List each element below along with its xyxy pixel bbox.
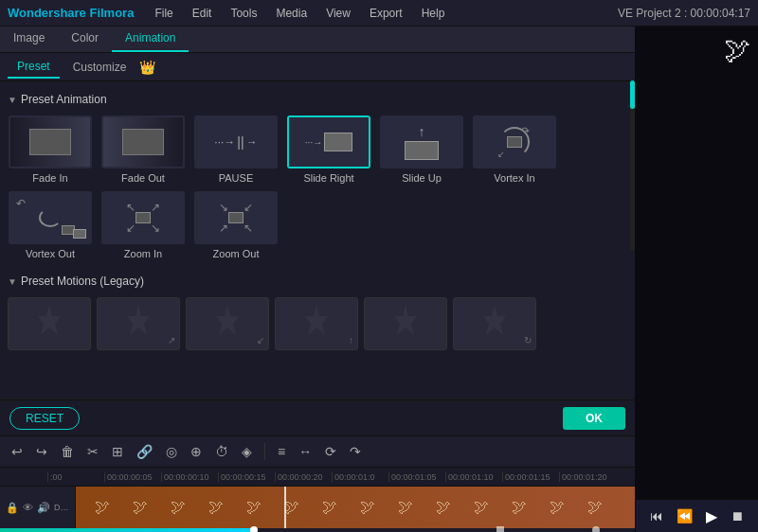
tool-forward[interactable]: ↷ [346,441,365,462]
ruler-mark-1: 00:00:00:05 [104,472,161,482]
preset-thumb-fade-out [101,115,185,168]
preset-item-vortex-out[interactable]: ↶ Vortex Out [8,191,93,259]
legacy-item-5[interactable] [364,297,447,350]
preset-thumb-slide-up: ↑ [380,115,463,168]
legacy-item-3[interactable]: ↙ [186,297,269,350]
app-logo: Wondershare Filmora [8,6,134,20]
menu-help[interactable]: Help [416,5,451,22]
preset-label-zoom-out: Zoom Out [213,248,260,259]
track-icon-eye[interactable]: 👁 [23,502,33,513]
collapse-motions-arrow[interactable]: ▼ [8,276,17,287]
preset-grid: Fade In Fade Out ···→ [8,115,627,259]
tool-add[interactable]: ⊕ [187,441,206,462]
preview-play-button[interactable]: ▶ [702,505,721,527]
menu-file[interactable]: File [149,5,178,22]
preset-label-pause: PAUSE [219,172,253,184]
bottom-buttons: RESET OK [0,399,635,435]
tool-diamond[interactable]: ◈ [238,441,256,462]
menu-tools[interactable]: Tools [225,5,262,22]
ruler-mark-8: 00:00:01:15 [502,472,559,482]
legacy-item-2[interactable]: ↗ [97,297,180,350]
preset-label-vortex-in: Vortex In [494,172,534,184]
preset-motions-header: ▼ Preset Motions (Legacy) [8,275,627,288]
preset-animation-header: ▼ Preset Animation [8,93,627,106]
preset-thumb-slide-right: ···→ [287,115,370,168]
tool-refresh[interactable]: ⟳ [321,441,340,462]
sub-tab-customize[interactable]: Customize [63,57,136,78]
preset-thumb-zoom-out: ↘ ↙ ↗ ↖ [194,191,278,244]
tool-stretch[interactable]: ↔ [295,441,316,462]
tool-undo[interactable]: ↩ [8,441,27,462]
preset-label-fade-out: Fade Out [121,172,165,184]
track-content[interactable]: 🕊 🕊 🕊 🕊 🕊 🕊 🕊 🕊 🕊 🕊 🕊 🕊 🕊 🕊 [76,487,635,528]
menu-export[interactable]: Export [364,5,408,22]
preset-label-slide-up: Slide Up [402,172,442,184]
menu-view[interactable]: View [320,5,356,22]
legacy-item-4[interactable]: ↑ [275,297,358,350]
preset-thumb-pause: ···→ || → [194,115,278,168]
tool-delete[interactable]: 🗑 [57,441,78,462]
tool-timer[interactable]: ⏱ [211,441,232,462]
preset-item-pause[interactable]: ···→ || → PAUSE [193,115,279,184]
tool-crop[interactable]: ⊞ [108,441,127,462]
reset-button[interactable]: RESET [9,407,80,430]
preview-content: 🕊 [703,34,750,72]
tab-animation[interactable]: Animation [112,26,189,52]
track-icon-audio[interactable]: 🔊 [37,502,50,514]
preset-label-fade-in: Fade In [32,172,67,184]
preset-item-vortex-in[interactable]: ↷ ↙ Vortex In [472,115,557,184]
left-panel: Image Color Animation Preset Customize 👑… [0,27,635,532]
ruler-mark-3: 00:00:00:15 [218,472,275,482]
tool-cut[interactable]: ✂ [83,441,102,462]
preset-item-slide-up[interactable]: ↑ Slide Up [379,115,464,184]
preset-item-zoom-out[interactable]: ↘ ↙ ↗ ↖ Zoom Out [193,191,279,259]
preset-thumb-vortex-out: ↶ [9,191,92,244]
ruler-mark-2: 00:00:00:10 [161,472,218,482]
preview-rewind-button[interactable]: ⏪ [673,506,696,525]
preset-item-fade-in[interactable]: Fade In [8,115,93,184]
preview-area: 🕊 [636,27,758,500]
ok-button[interactable]: OK [563,407,625,430]
sub-tab-preset[interactable]: Preset [8,56,60,79]
legacy-item-1[interactable] [8,297,91,350]
timeline-ruler: :00 00:00:00:05 00:00:00:10 00:00:00:15 … [0,468,635,487]
preview-prev-button[interactable]: ⏮ [646,506,667,525]
track-icon-lock[interactable]: 🔒 [6,502,19,514]
project-info: VE Project 2 : 00:00:04:17 [618,7,750,20]
toolbar: ↩ ↪ 🗑 ✂ ⊞ 🔗 ◎ ⊕ ⏱ ◈ ≡ ↔ ⟳ ↷ [0,435,635,468]
tool-redo[interactable]: ↪ [32,441,51,462]
collapse-arrow[interactable]: ▼ [8,95,17,105]
track-label: 🔒 👁 🔊 Dove_19.BG [0,487,76,528]
preset-item-zoom-in[interactable]: ↖ ↗ ↙ ↘ Zoom In [100,191,186,259]
ruler-mark-4: 00:00:00:20 [275,472,332,482]
ruler-mark-7: 00:00:01:10 [445,472,502,482]
menu-edit[interactable]: Edit [187,5,218,22]
track-icons: 🔒 👁 🔊 [6,502,50,514]
tab-color[interactable]: Color [58,26,112,52]
preview-bird: 🕊 [724,34,750,65]
crown-icon: 👑 [139,60,155,75]
tool-link[interactable]: 🔗 [133,441,156,462]
preset-label-zoom-in: Zoom In [124,248,162,259]
sub-tab-bar: Preset Customize 👑 [0,53,635,81]
main-layout: Image Color Animation Preset Customize 👑… [0,27,758,532]
track-name: Dove_19.BG [54,503,69,512]
progress-bar [0,528,254,532]
menu-media[interactable]: Media [270,5,313,22]
timeline-tracks: 🔒 👁 🔊 Dove_19.BG 🕊 🕊 🕊 🕊 🕊 🕊 🕊 🕊 🕊 🕊 🕊 [0,487,635,528]
progress-marker [250,526,258,532]
tool-adjust[interactable]: ≡ [274,441,289,462]
right-panel: 🕊 ⏮ ⏪ ▶ ⏹ [635,27,758,532]
tab-image[interactable]: Image [0,26,58,52]
preset-label-slide-right: Slide Right [303,172,353,184]
tool-circle[interactable]: ◎ [162,441,181,462]
preset-label-vortex-out: Vortex Out [26,248,75,259]
timeline-progress [0,528,635,532]
preset-item-slide-right[interactable]: ···→ Slide Right [286,115,371,184]
preset-motions-label: Preset Motions (Legacy) [21,275,144,288]
legacy-item-6[interactable]: ↻ [453,297,536,350]
preview-stop-button[interactable]: ⏹ [727,506,748,525]
ruler-mark-6: 00:00:01:05 [388,472,445,482]
preset-item-fade-out[interactable]: Fade Out [100,115,186,184]
preview-controls: ⏮ ⏪ ▶ ⏹ [636,500,758,532]
